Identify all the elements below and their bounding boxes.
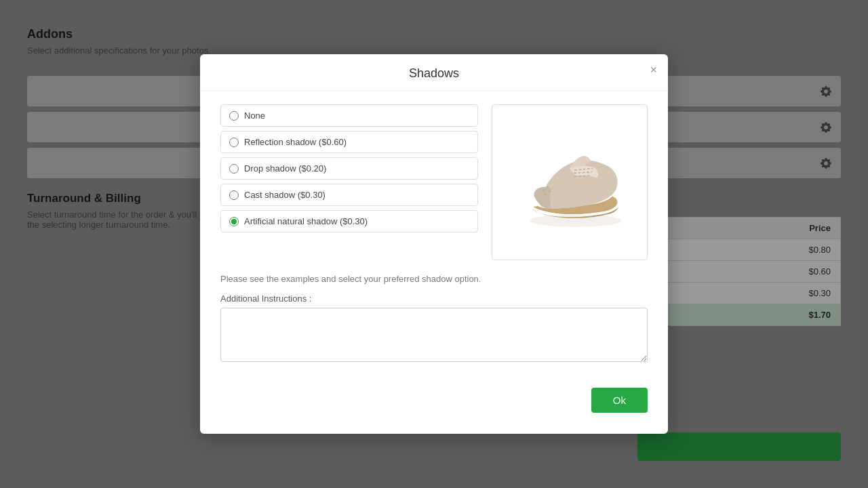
radio-artificial[interactable] [229, 217, 239, 226]
option-drop[interactable]: Drop shadow ($0.20) [220, 157, 478, 180]
option-reflection-label: Reflection shadow ($0.60) [244, 137, 347, 147]
option-reflection[interactable]: Reflection shadow ($0.60) [220, 131, 478, 153]
shoe-image [509, 128, 631, 237]
additional-instructions-input[interactable] [220, 308, 648, 362]
svg-point-4 [544, 193, 547, 196]
modal-footer: Ok [200, 381, 668, 429]
radio-reflection[interactable] [229, 138, 239, 147]
option-cast-label: Cast shadow ($0.30) [244, 190, 326, 200]
radio-cast[interactable] [229, 190, 239, 200]
modal-close-button[interactable]: × [650, 64, 657, 76]
option-none-label: None [244, 110, 265, 121]
shoe-preview [492, 104, 648, 260]
ok-button[interactable]: Ok [591, 388, 648, 413]
modal-title: Shadows [409, 66, 459, 81]
svg-point-6 [542, 189, 545, 192]
svg-point-5 [549, 190, 551, 193]
hint-text: Please see the examples and select your … [220, 274, 648, 284]
radio-none[interactable] [229, 111, 239, 121]
option-artificial-label: Artificial natural shadow ($0.30) [244, 216, 368, 226]
option-drop-label: Drop shadow ($0.20) [244, 163, 326, 174]
shadows-modal: Shadows × None Reflection shadow ($0.60) [200, 54, 668, 434]
options-panel: None Reflection shadow ($0.60) Drop shad… [220, 104, 478, 260]
option-artificial[interactable]: Artificial natural shadow ($0.30) [220, 210, 478, 232]
option-cast[interactable]: Cast shadow ($0.30) [220, 184, 478, 206]
svg-point-0 [530, 215, 622, 227]
modal-header: Shadows × [200, 54, 668, 91]
svg-point-7 [547, 186, 549, 188]
modal-overlay: Shadows × None Reflection shadow ($0.60) [0, 0, 868, 488]
content-row: None Reflection shadow ($0.60) Drop shad… [220, 104, 648, 260]
additional-instructions-label: Additional Instructions : [220, 293, 648, 304]
modal-body: None Reflection shadow ($0.60) Drop shad… [200, 91, 668, 381]
option-none[interactable]: None [220, 104, 478, 127]
radio-drop[interactable] [229, 164, 239, 174]
